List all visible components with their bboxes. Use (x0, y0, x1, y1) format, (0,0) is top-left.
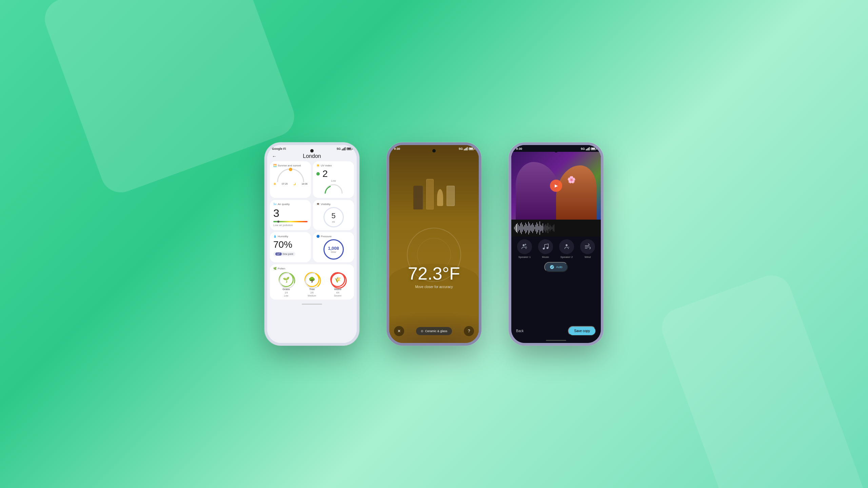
aq-value: 3 (273, 207, 308, 220)
pollen-item-grass: 🌱 Grass 1/4 Low (279, 272, 294, 297)
signal-bars-2 (464, 147, 468, 150)
audio-time: 9:30 (516, 147, 522, 150)
speaker2-icon-container[interactable] (559, 239, 574, 254)
sig-bar-a1 (586, 149, 587, 150)
sunrise-title: 🌅 Sunrise and sunset (273, 164, 308, 167)
wave-32 (546, 224, 546, 232)
save-copy-button[interactable]: Save copy (568, 326, 596, 336)
pollen-card: 🌿 Pollen 🌱 (270, 264, 354, 300)
svg-point-8 (543, 248, 545, 250)
phone-audio: 9:30 5G (509, 142, 604, 346)
video-play-button[interactable]: ▶ (550, 180, 562, 192)
uv-gauge (323, 184, 344, 194)
bottle-glass (426, 179, 434, 209)
humidity-card: 💧 Humidity 70% 14° Dew point (270, 232, 311, 262)
wave-1 (514, 227, 515, 229)
wave-16 (529, 223, 530, 233)
video-preview: 🌸 ▶ (511, 152, 601, 220)
bottle-clear (447, 186, 455, 206)
wave-38 (552, 227, 552, 229)
svg-point-5 (331, 273, 346, 288)
waveform (511, 220, 601, 237)
grass-count: 1/4 (284, 291, 288, 294)
aq-bar (273, 221, 308, 222)
pollen-circle-grass: 🌱 (279, 272, 294, 287)
sig-bar-1 (464, 149, 465, 150)
material-button[interactable]: ⊙ Ceramic & glass (416, 327, 452, 335)
visibility-card: 👁️ Visibility 5 mi (313, 200, 354, 230)
uv-dot (316, 172, 320, 176)
thermo-help-button[interactable]: ? (464, 326, 474, 336)
notch-2 (432, 149, 436, 152)
wind-icon-container[interactable] (580, 239, 595, 254)
grass-level: Low (284, 294, 289, 297)
weather-header: ← London (267, 152, 357, 161)
thermo-time: 9:30 (394, 147, 400, 150)
pollen-svg-grass (279, 272, 296, 289)
audio-footer: Back Save copy (511, 323, 601, 340)
sunrise-time: 07:25 (282, 183, 288, 185)
temperature-instruction: Move closer for accuracy (389, 285, 479, 289)
pressure-unit: mbar (331, 251, 336, 253)
sig-bar-3 (466, 148, 467, 150)
uv-title: ☀️ UV index (316, 164, 351, 167)
dew-number: 14° (275, 252, 282, 256)
wave-18 (531, 224, 532, 232)
pollen-item-tree: 🌳 Tree 2/6 Medium (304, 272, 319, 297)
wave-5 (518, 225, 519, 231)
pollen-section: 🌿 Pollen 🌱 (267, 262, 357, 302)
speaker1-icon-container[interactable] (517, 239, 532, 254)
phone-weather: Google Fi 5G ← London (264, 142, 359, 346)
vis-icon: 👁️ (316, 203, 320, 206)
signal-bar-4 (345, 147, 346, 150)
tree-level: Medium (308, 294, 316, 297)
sunrise-arc (277, 168, 304, 182)
speaker2-icon (563, 243, 570, 250)
aq-title: 🌬️ Air quality (273, 203, 308, 206)
wave-8 (521, 222, 522, 234)
audio-controls: Speaker 1 Music (511, 237, 601, 323)
wave-9 (522, 224, 523, 232)
battery-icon-3 (591, 147, 596, 150)
wave-31 (545, 225, 545, 231)
home-bar-1 (302, 304, 322, 305)
signal-bars-3 (586, 147, 590, 150)
pressure-card: 🔵 Pressure 1,008 mbar (313, 232, 354, 262)
wave-25 (538, 226, 539, 230)
wave-30 (544, 226, 544, 230)
thermo-close-button[interactable]: ✕ (394, 326, 404, 336)
network-label-1: 5G (337, 147, 341, 150)
pressure-value: 1,008 (328, 246, 339, 251)
signal-bar-1 (342, 149, 342, 150)
small-object (437, 189, 443, 206)
wave-4 (517, 223, 518, 233)
auto-button[interactable]: Auto (544, 262, 568, 272)
network-label-3: 5G (581, 147, 585, 150)
dew-label: Dew point (283, 253, 293, 255)
thermo-controls: ✕ ⊙ Ceramic & glass ? (389, 326, 479, 336)
auto-label: Auto (556, 265, 563, 269)
sun-indicator (289, 168, 292, 171)
playhead (516, 224, 517, 232)
sunset-icon-sm: 🌙 (293, 183, 296, 185)
weather-app: Google Fi 5G ← London (267, 145, 357, 343)
back-button-audio[interactable]: Back (516, 329, 524, 333)
battery-icon-1 (347, 147, 352, 150)
auto-icon (550, 265, 554, 269)
tree-count: 2/6 (310, 291, 314, 294)
wave-40 (554, 224, 554, 232)
notch-3 (554, 149, 558, 152)
phones-container: Google Fi 5G ← London (264, 142, 604, 346)
weather-grid: 🌅 Sunrise and sunset ☀️ 07:25 🌙 18:06 (267, 161, 357, 262)
uv-level: Low (316, 179, 351, 182)
wave-27 (540, 225, 541, 231)
music-icon-container[interactable] (538, 239, 553, 254)
music-icon (542, 243, 549, 250)
back-button[interactable]: ← (272, 154, 277, 159)
wave-29 (542, 223, 543, 233)
wave-2 (515, 225, 516, 231)
uv-card: ☀️ UV index 2 Low (313, 161, 354, 198)
wave-19 (532, 223, 533, 233)
pollen-svg-weed (330, 272, 347, 289)
carrier-label: Google Fi (272, 147, 286, 150)
